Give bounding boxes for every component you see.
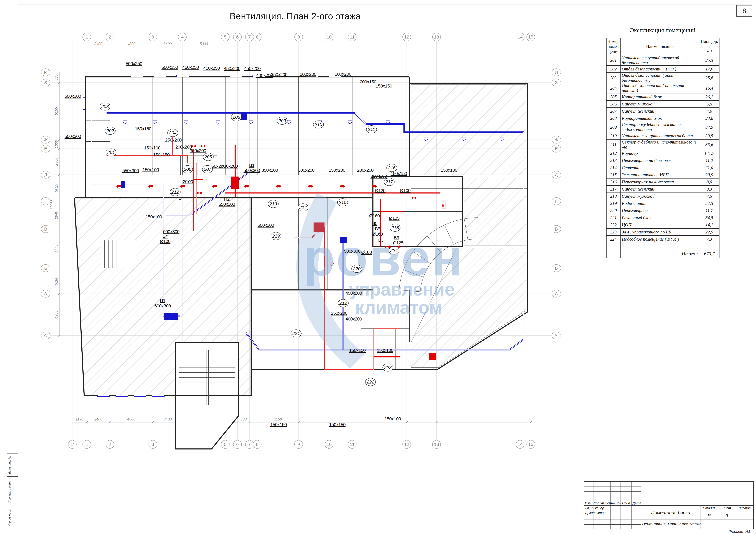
duct-size-label: 600x300 (154, 303, 171, 308)
explication-cell: 84,5 (699, 214, 719, 221)
duct-size-label: Ø160 (372, 231, 383, 236)
duct-size-label: 450x200 (244, 66, 260, 71)
room-number: 208 (232, 115, 240, 120)
explication-cell: 211 (607, 139, 620, 150)
explication-row: 202Отдел безопасности ( ТСО )17,6 (607, 66, 719, 72)
axis-label-left: А (44, 291, 47, 296)
explication-cell: 34,5 (699, 122, 719, 132)
duct-size-label: 550x300 (122, 168, 139, 173)
duct-size-label: 200x200 (176, 145, 192, 149)
room-number: 219 (272, 233, 280, 238)
axis-label-left: Е (44, 146, 47, 151)
duct-size-label: 450x200 (345, 290, 362, 296)
plan-generated: 1'11223344556677889910101111121213131414… (41, 33, 561, 449)
dim-top: 4800 (127, 42, 135, 46)
axis-label-left: А' (44, 333, 48, 338)
col-header-number: Номерпоме -щения (607, 38, 620, 55)
explication-cell: Розничный блок (620, 214, 699, 221)
explication-cell: 23,6 (699, 115, 719, 122)
duct-size-label: Ø100 (182, 179, 193, 184)
tb-col-koluch: Кол.уч. (594, 501, 605, 505)
room-number: 216 (388, 165, 395, 170)
axis-label-bottom: 2 (109, 442, 111, 447)
duct-size-label: В5 (375, 226, 380, 231)
explication-cell: 16,4 (699, 83, 719, 93)
diffuser-icon (184, 122, 188, 124)
total-label: Итого : (620, 250, 699, 258)
duct-size-label: 450x250 (203, 66, 220, 70)
axis-label-right: Б (555, 266, 558, 271)
duct-size-label: 200x150 (360, 79, 376, 84)
explication-cell: 26,1 (699, 93, 719, 100)
duct-size-label: Ø100 (400, 188, 411, 193)
explication-cell: 8,0 (699, 178, 719, 185)
window (83, 97, 85, 110)
room-number: 202 (106, 128, 114, 133)
window (154, 75, 166, 77)
diffuser-icon (245, 187, 249, 189)
duct-size-label: В4 (178, 196, 184, 200)
dim-left: 3180 (54, 277, 58, 285)
watermark-line3: климатом (355, 298, 442, 318)
duct-size-label: 400x200 (221, 164, 238, 169)
tb-stage-value: Р (702, 513, 717, 518)
axis-label-right: И (554, 70, 558, 75)
explication-cell: Переговорная на 4 человека (620, 178, 699, 185)
explication-cell: 215 (607, 171, 620, 178)
explication-title: Экспликация помещений (606, 27, 719, 34)
diffuser-icon (340, 187, 344, 189)
room-number: 213 (269, 201, 277, 206)
explication-cell: 210 (607, 132, 620, 139)
duct-size-label: 600x300 (163, 229, 179, 234)
room-number: 201 (107, 150, 115, 155)
axis-label-bottom: 7 (248, 442, 251, 447)
explication-cell: 224 (607, 236, 620, 243)
duct-size-label: 400x200 (345, 316, 362, 321)
dim-bottom: 3400 (163, 417, 172, 421)
duct-size-label: 500x300 (65, 134, 81, 139)
explication-cell: 208 (607, 115, 620, 122)
explication-row: 204Отдел безопасности ( начальник отдела… (607, 83, 719, 93)
valve-icon (197, 192, 202, 194)
col-header-name: Наименование (620, 38, 699, 55)
explication-cell: 14,1 (699, 221, 719, 228)
explication-cell: 204 (607, 83, 620, 93)
dim-left: 1000 (54, 140, 58, 148)
explication-row: 219Кофе -поинт57,3 (607, 200, 719, 207)
explication-cell: Сектор судебного и исполнительного п -ва (620, 139, 699, 150)
axis-label-bottom: 5 (224, 442, 227, 447)
duct-size-label: 300x200 (190, 148, 206, 153)
axis-label-top: 2 (109, 34, 111, 40)
explication-cell: Серверная (620, 164, 699, 171)
room-number: 220 (353, 266, 361, 271)
diffuser-icon (153, 122, 157, 124)
duct-size-label: В5 (372, 221, 377, 226)
duct-size-label: 150x100 (146, 214, 162, 219)
explication-row: 211Сектор судебного и исполнительного п … (607, 139, 719, 150)
duct-size-label: 550x300 (244, 168, 260, 173)
explication-row: 208Корпоративный блок23,6 (607, 115, 719, 122)
explication-row: 216Переговорная на 4 человека8,0 (607, 178, 719, 185)
explication-cell: Сектор досудебного взыскания задолженнос… (620, 122, 699, 132)
explication-cell: 202 (607, 66, 620, 72)
explication-cell: 216 (607, 178, 620, 185)
explication-row: 209Сектор досудебного взыскания задолжен… (607, 122, 719, 132)
tb-sheet-label: Лист (719, 506, 734, 510)
title-block: Изм. Кол.уч. Лист № док. Подп. Дата Гл. … (584, 481, 754, 529)
watermark-word: ровен (303, 228, 464, 287)
explication-cell: 17,6 (699, 66, 719, 72)
explication-cell: 4,6 (699, 108, 719, 115)
axis-label-right: А' (554, 333, 558, 338)
duct-size-label: 200x200 (357, 168, 373, 173)
duct-size-label: 350x200 (261, 168, 278, 173)
explication-cell: ЦОП (620, 221, 699, 228)
tb-project: Помещения банка (642, 510, 699, 515)
axis-label-bottom: 8 (256, 442, 258, 447)
room-number: 217 (385, 179, 393, 184)
axis-label-top: 14 (518, 34, 523, 40)
axis-label-right: Е (555, 146, 558, 151)
floor-plan: 1'11223344556677889910101111121213131414… (38, 30, 571, 457)
explication-row: 205Корпоративный блок26,1 (607, 93, 719, 100)
explication-cell: Коридор (620, 150, 699, 157)
duct-size-label: 300x200 (300, 72, 316, 77)
